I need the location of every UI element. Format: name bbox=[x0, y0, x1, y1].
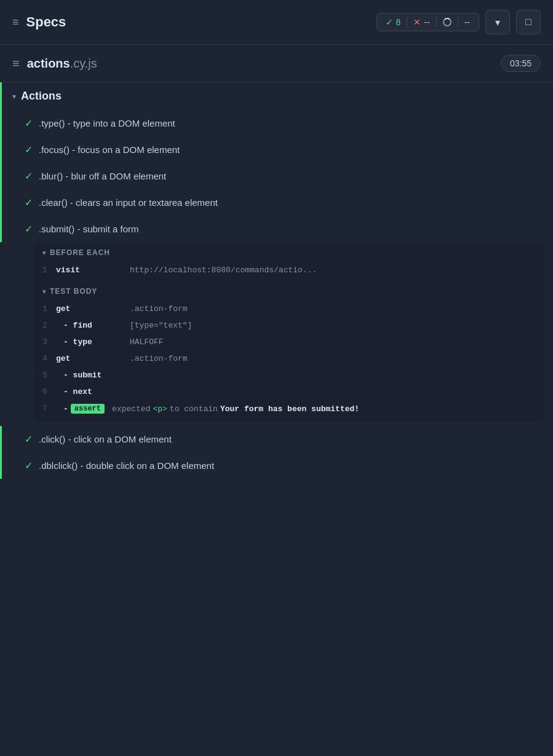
pass-icon-5: ✓ bbox=[25, 223, 33, 235]
assert-to-contain: to contain bbox=[170, 404, 218, 414]
test-body-header[interactable]: ▾ TEST BODY bbox=[34, 282, 543, 301]
cmd-arg-get2: .action-form bbox=[130, 354, 188, 363]
cmd-arg-type: HALFOFF bbox=[130, 337, 164, 347]
test-item-4[interactable]: ✓ .clear() - clears an input or textarea… bbox=[0, 189, 553, 216]
cmd-num-tb6: 6 bbox=[42, 387, 56, 396]
test-label-2: .focus() - focus on a DOM element bbox=[39, 144, 180, 155]
cmd-name-type: - type bbox=[56, 337, 130, 347]
test-body-chevron: ▾ bbox=[42, 288, 46, 296]
suite-container: ▾ Actions ✓ .type() - type into a DOM el… bbox=[0, 82, 553, 479]
assert-expected: expected bbox=[112, 404, 150, 414]
cmd-num-tb1: 1 bbox=[42, 304, 56, 313]
test-item-wrap-3: ✓ .blur() - blur off a DOM element bbox=[0, 163, 553, 189]
header: ≡ Specs ✓ 8 ✕ -- -- ▾ □ bbox=[0, 0, 553, 45]
pass-stat: ✓ 8 bbox=[386, 17, 401, 27]
cmd-num-tb7: 7 bbox=[42, 404, 56, 413]
file-info: ≡ actions.cy.js bbox=[12, 57, 97, 71]
cmd-num-tb4: 4 bbox=[42, 354, 56, 363]
test-body-rows: 1 get .action-form 2 - find [type="text"… bbox=[34, 301, 543, 421]
specs-icon: ≡ bbox=[12, 16, 19, 29]
pending-count: -- bbox=[464, 17, 470, 27]
cmd-num-tb3: 3 bbox=[42, 337, 56, 347]
cmd-num-tb2: 2 bbox=[42, 321, 56, 330]
assert-dash: - bbox=[56, 404, 68, 414]
fail-stat: ✕ -- bbox=[413, 17, 429, 27]
stats-badge: ✓ 8 ✕ -- -- bbox=[376, 13, 479, 31]
test-item-6[interactable]: ✓ .click() - click on a DOM element bbox=[0, 426, 553, 452]
pass-count: 8 bbox=[396, 17, 401, 27]
test-item-wrap-1: ✓ .type() - type into a DOM element bbox=[0, 110, 553, 136]
test-item-5[interactable]: ✓ .submit() - submit a form bbox=[0, 216, 553, 242]
test-item-wrap-6: ✓ .click() - click on a DOM element bbox=[0, 426, 553, 452]
test-item-wrap-4: ✓ .clear() - clears an input or textarea… bbox=[0, 189, 553, 216]
pass-icon-6: ✓ bbox=[25, 433, 33, 445]
suite-indicator bbox=[0, 82, 2, 110]
page-title: Specs bbox=[26, 14, 66, 30]
pass-icon-1: ✓ bbox=[25, 117, 33, 129]
file-ext: .cy.js bbox=[70, 57, 97, 70]
before-each-chevron: ▾ bbox=[42, 249, 46, 257]
pass-icon-3: ✓ bbox=[25, 170, 33, 182]
cmd-num-1: 1 bbox=[42, 266, 56, 275]
pending-stat: -- bbox=[464, 17, 470, 27]
cmd-name-find: - find bbox=[56, 321, 130, 330]
suite-header[interactable]: ▾ Actions bbox=[0, 82, 553, 110]
header-left: ≡ Specs bbox=[12, 14, 66, 30]
square-button[interactable]: □ bbox=[516, 10, 541, 34]
suite-name: Actions bbox=[21, 90, 62, 103]
pass-icon-2: ✓ bbox=[25, 144, 33, 156]
fail-count: -- bbox=[424, 17, 429, 27]
file-time: 03:55 bbox=[501, 55, 541, 72]
cmd-name-visit: visit bbox=[56, 266, 130, 275]
assert-badge: assert bbox=[71, 404, 105, 414]
test-item-3[interactable]: ✓ .blur() - blur off a DOM element bbox=[0, 163, 553, 189]
file-name: actions bbox=[27, 57, 70, 70]
pass-icon-4: ✓ bbox=[25, 197, 33, 208]
cmd-name-get2: get bbox=[56, 354, 130, 363]
test-item-wrap-5: ✓ .submit() - submit a form bbox=[0, 216, 553, 242]
assert-tag: <p> bbox=[153, 404, 167, 414]
cmd-row-1: 1 get .action-form bbox=[34, 301, 543, 317]
running-stat bbox=[443, 18, 452, 26]
chevron-button[interactable]: ▾ bbox=[485, 10, 510, 34]
test-label-1: .type() - type into a DOM element bbox=[39, 118, 175, 128]
cmd-name-submit: - submit bbox=[56, 371, 130, 380]
assert-content: - assert expected <p> to contain Your fo… bbox=[56, 404, 359, 414]
test-item-1[interactable]: ✓ .type() - type into a DOM element bbox=[0, 110, 553, 136]
test-body-label: TEST BODY bbox=[50, 287, 97, 296]
file-row: ≡ actions.cy.js 03:55 bbox=[0, 45, 553, 82]
file-icon: ≡ bbox=[12, 57, 20, 71]
before-each-header[interactable]: ▾ BEFORE EACH bbox=[34, 243, 543, 262]
test-item-7[interactable]: ✓ .dblclick() - double click on a DOM el… bbox=[0, 452, 553, 479]
fail-icon: ✕ bbox=[413, 17, 421, 27]
pass-icon: ✓ bbox=[386, 17, 393, 27]
cmd-row-3: 3 - type HALFOFF bbox=[34, 334, 543, 350]
cmd-row-5: 5 - submit bbox=[34, 367, 543, 384]
before-each-label: BEFORE EACH bbox=[50, 248, 110, 257]
cmd-name-next: - next bbox=[56, 387, 130, 396]
test-item-2[interactable]: ✓ .focus() - focus on a DOM element bbox=[0, 136, 553, 163]
test-item-wrap-7: ✓ .dblclick() - double click on a DOM el… bbox=[0, 452, 553, 479]
cmd-num-tb5: 5 bbox=[42, 371, 56, 380]
cmd-arg-find: [type="text"] bbox=[130, 321, 192, 330]
cmd-arg-get1: .action-form bbox=[130, 304, 188, 313]
test-label-5: .submit() - submit a form bbox=[39, 224, 139, 234]
cmd-row-6: 6 - next bbox=[34, 384, 543, 400]
assert-value: Your form has been submitted! bbox=[220, 404, 359, 414]
test-label-7: .dblclick() - double click on a DOM elem… bbox=[39, 460, 214, 471]
test-item-wrap-2: ✓ .focus() - focus on a DOM element bbox=[0, 136, 553, 163]
pass-icon-7: ✓ bbox=[25, 460, 33, 471]
test-label-4: .clear() - clears an input or textarea e… bbox=[39, 197, 218, 208]
command-block: ▾ BEFORE EACH 1 visit http://localhost:8… bbox=[34, 243, 543, 421]
test-label-3: .blur() - blur off a DOM element bbox=[39, 171, 166, 181]
cmd-name-get1: get bbox=[56, 304, 130, 313]
cmd-row-visit: 1 visit http://localhost:8080/commands/a… bbox=[34, 262, 543, 278]
cmd-row-7: 7 - assert expected <p> to contain Your … bbox=[34, 400, 543, 417]
before-each-rows: 1 visit http://localhost:8080/commands/a… bbox=[34, 262, 543, 282]
spinner-icon bbox=[443, 18, 452, 26]
cmd-row-2: 2 - find [type="text"] bbox=[34, 317, 543, 334]
test-label-6: .click() - click on a DOM element bbox=[39, 434, 172, 444]
cmd-arg-url: http://localhost:8080/commands/actio... bbox=[130, 266, 317, 275]
suite-chevron-icon: ▾ bbox=[12, 92, 16, 101]
cmd-row-4: 4 get .action-form bbox=[34, 350, 543, 367]
